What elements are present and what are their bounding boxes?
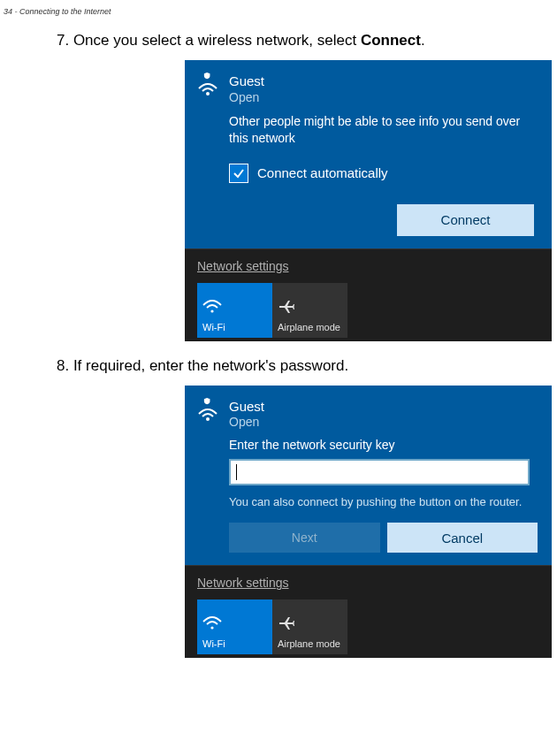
network-warning: Other people might be able to see info y… <box>229 113 538 148</box>
svg-point-0 <box>206 92 210 95</box>
page-header: 34 - Connecting to the Internet <box>4 7 539 16</box>
wifi-tile-label: Wi-Fi <box>202 638 267 649</box>
step-7-instruction: 7. Once you select a wireless network, s… <box>57 32 539 50</box>
settings-bar: Network settings Wi-Fi Air <box>185 565 552 658</box>
wifi-tile[interactable]: Wi-Fi <box>197 283 272 338</box>
quick-tiles: Wi-Fi Airplane mode <box>197 274 539 338</box>
cancel-button[interactable]: Cancel <box>387 523 538 553</box>
step-7-text-prefix: 7. Once you select a wireless network, s… <box>57 32 361 49</box>
svg-point-1 <box>210 309 213 312</box>
airplane-icon <box>278 295 342 317</box>
wifi-icon <box>202 295 267 317</box>
quick-tiles: Wi-Fi Airplane mode <box>197 591 539 654</box>
connect-button[interactable]: Connect <box>397 204 534 236</box>
airplane-tile[interactable]: Airplane mode <box>272 283 347 338</box>
step-8-instruction: 8. If required, enter the network's pass… <box>57 357 539 375</box>
network-name: Guest <box>229 398 264 416</box>
network-flyout-password: Guest Open Enter the network security ke… <box>185 386 552 659</box>
svg-point-3 <box>210 627 213 630</box>
security-key-prompt: Enter the network security key <box>229 438 538 452</box>
auto-connect-label: Connect automatically <box>257 165 388 180</box>
network-name: Guest <box>229 73 264 90</box>
network-settings-link[interactable]: Network settings <box>197 259 288 273</box>
settings-bar: Network settings Wi-Fi Air <box>185 248 552 341</box>
network-status: Open <box>229 415 264 429</box>
wifi-icon <box>202 612 267 633</box>
router-hint: You can also connect by pushing the butt… <box>229 494 538 510</box>
network-flyout-connect: Guest Open Other people might be able to… <box>185 60 552 341</box>
airplane-icon <box>278 612 342 633</box>
network-header: Guest Open <box>197 398 538 430</box>
network-panel: Guest Open Enter the network security ke… <box>185 386 552 566</box>
input-cursor <box>236 464 237 480</box>
network-panel: Guest Open Other people might be able to… <box>185 60 552 248</box>
auto-connect-row[interactable]: Connect automatically <box>229 164 538 183</box>
step-7-text-suffix: . <box>421 32 425 49</box>
next-button: Next <box>229 523 380 553</box>
airplane-tile[interactable]: Airplane mode <box>272 599 347 654</box>
step-7-text-bold: Connect <box>361 32 421 49</box>
wifi-tile-label: Wi-Fi <box>202 322 267 332</box>
airplane-tile-label: Airplane mode <box>278 638 342 649</box>
svg-point-2 <box>206 417 210 421</box>
security-key-input[interactable] <box>229 459 530 485</box>
auto-connect-checkbox[interactable] <box>229 164 248 183</box>
wifi-secure-icon <box>197 398 218 423</box>
wifi-secure-icon <box>197 73 218 97</box>
network-status: Open <box>229 90 264 104</box>
network-settings-link[interactable]: Network settings <box>197 576 288 590</box>
airplane-tile-label: Airplane mode <box>278 322 342 332</box>
action-buttons: Next Cancel <box>229 523 538 553</box>
network-header: Guest Open <box>197 73 538 104</box>
wifi-tile[interactable]: Wi-Fi <box>197 599 272 654</box>
